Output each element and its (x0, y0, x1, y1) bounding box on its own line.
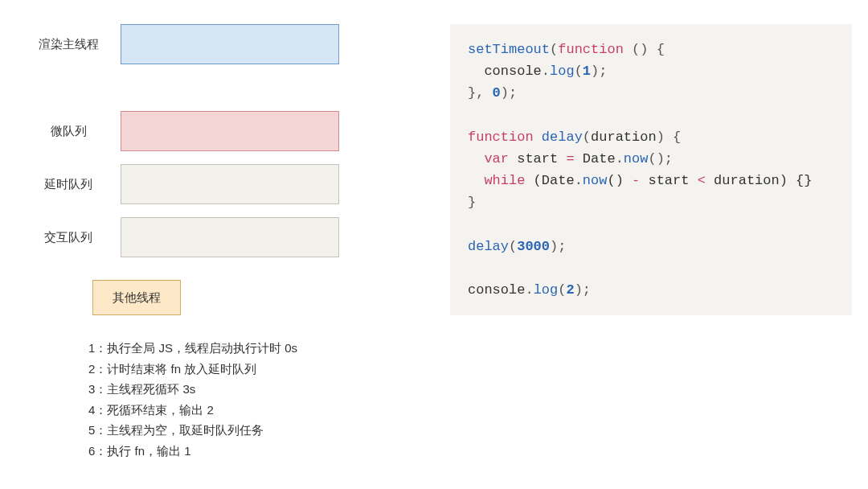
other-threads-label: 其他线程 (113, 290, 161, 306)
thread-diagram: 渲染主线程 微队列 延时队列 交互队列 其他线程 1：执行全局 JS，线程启动执… (16, 24, 370, 465)
step-1: 1：执行全局 JS，线程启动执行计时 0s (88, 338, 370, 359)
interaction-queue (121, 217, 339, 257)
microtask-queue (121, 111, 339, 151)
delay-queue-row: 延时队列 (16, 164, 370, 204)
interaction-queue-row: 交互队列 (16, 217, 370, 257)
delay-queue-label: 延时队列 (16, 177, 121, 192)
microtask-label: 微队列 (16, 124, 121, 139)
step-2: 2：计时结束将 fn 放入延时队列 (88, 359, 370, 380)
step-5: 5：主线程为空，取延时队列任务 (88, 420, 370, 441)
step-4: 4：死循环结束，输出 2 (88, 400, 370, 421)
execution-steps: 1：执行全局 JS，线程启动执行计时 0s 2：计时结束将 fn 放入延时队列 … (88, 338, 370, 461)
microtask-row: 微队列 (16, 111, 370, 151)
interaction-queue-label: 交互队列 (16, 230, 121, 245)
other-threads-box: 其他线程 (92, 280, 181, 315)
code-block: setTimeout(function () { console.log(1);… (450, 24, 852, 315)
main-thread-queue (121, 24, 339, 64)
main-thread-row: 渲染主线程 (16, 24, 370, 64)
delay-queue (121, 164, 339, 204)
step-6: 6：执行 fn，输出 1 (88, 441, 370, 462)
main-thread-label: 渲染主线程 (16, 37, 121, 52)
step-3: 3：主线程死循环 3s (88, 379, 370, 400)
